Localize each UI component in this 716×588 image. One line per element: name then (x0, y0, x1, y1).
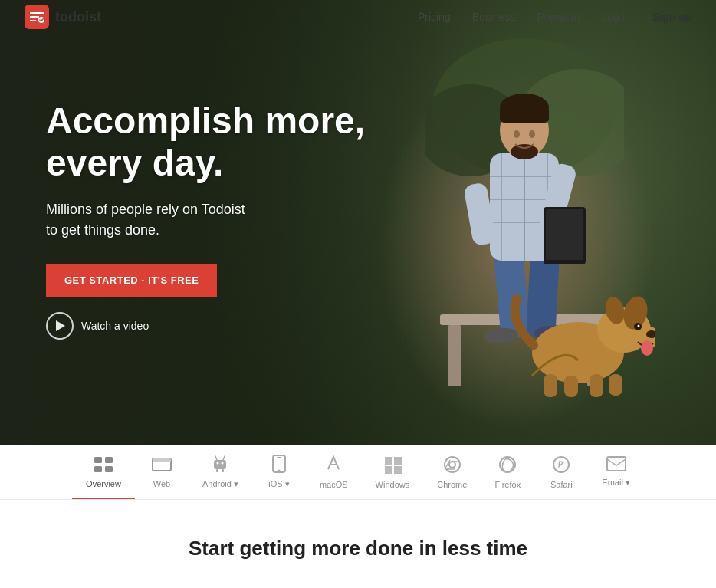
svg-rect-38 (544, 374, 557, 397)
tab-web[interactable]: Web (135, 445, 189, 499)
hero-section: Accomplish more,every day. Millions of p… (0, 0, 716, 445)
svg-rect-59 (394, 466, 402, 474)
macos-icon (324, 455, 343, 477)
platform-tabs-bar: Overview Web Android ▾ (0, 445, 716, 500)
tab-web-label: Web (153, 479, 170, 488)
main-nav: Pricing Business Premium Log in Sign up (418, 11, 691, 23)
logo-text: todoist (55, 9, 101, 25)
tab-email[interactable]: Email ▾ (588, 445, 644, 499)
tab-android-label: Android ▾ (202, 479, 238, 489)
watch-video-label: Watch a video (81, 320, 149, 332)
hero-subtitle: Millions of people rely on Todoistto get… (46, 199, 365, 241)
svg-point-55 (278, 470, 280, 472)
tab-safari[interactable]: Safari (534, 445, 588, 499)
svg-rect-45 (105, 466, 113, 472)
svg-point-50 (222, 462, 224, 465)
site-header: todoist Pricing Business Premium Log in … (0, 0, 716, 34)
nav-signup[interactable]: Sign up (652, 11, 691, 23)
svg-rect-42 (94, 457, 102, 463)
hero-dog-illustration (501, 261, 655, 399)
overview-icon (94, 456, 113, 476)
section-title-area: Start getting more done in less time (0, 500, 716, 576)
hero-title: Accomplish more,every day. (46, 100, 365, 184)
logo-area: todoist (25, 5, 418, 29)
svg-rect-54 (277, 457, 281, 458)
svg-rect-47 (153, 458, 171, 462)
svg-rect-43 (105, 457, 113, 463)
nav-business[interactable]: Business (472, 11, 516, 23)
svg-rect-52 (222, 469, 224, 472)
svg-point-35 (641, 340, 653, 356)
tab-safari-label: Safari (550, 480, 573, 489)
tab-chrome-label: Chrome (437, 480, 467, 489)
svg-rect-64 (607, 457, 626, 471)
tab-windows[interactable]: Windows (362, 445, 424, 499)
tab-ios[interactable]: iOS ▾ (252, 445, 306, 499)
tab-macos[interactable]: macOS (306, 445, 362, 499)
tab-email-label: Email ▾ (602, 478, 630, 488)
svg-rect-58 (385, 466, 392, 474)
tab-macos-label: macOS (320, 480, 348, 489)
play-icon (56, 320, 65, 331)
ios-icon (272, 455, 286, 476)
android-icon (212, 455, 228, 476)
svg-rect-22 (546, 209, 583, 260)
svg-rect-51 (216, 469, 218, 472)
tab-ios-label: iOS ▾ (268, 479, 289, 489)
watch-video-link[interactable]: Watch a video (46, 312, 365, 340)
windows-icon (383, 455, 402, 477)
todoist-logo-icon (25, 5, 49, 29)
email-icon (606, 456, 626, 475)
svg-point-28 (529, 130, 535, 138)
svg-rect-6 (448, 325, 461, 386)
svg-rect-48 (214, 460, 226, 469)
svg-rect-56 (385, 457, 392, 465)
chrome-icon (443, 455, 461, 477)
firefox-icon (498, 455, 517, 477)
tab-firefox-label: Firefox (495, 480, 521, 489)
svg-point-27 (514, 130, 520, 138)
tab-windows-label: Windows (376, 480, 410, 489)
safari-icon (552, 455, 570, 477)
svg-rect-57 (394, 457, 402, 465)
tab-android[interactable]: Android ▾ (189, 445, 252, 499)
svg-rect-41 (609, 374, 622, 396)
nav-login[interactable]: Log in (602, 11, 631, 23)
svg-point-26 (511, 144, 538, 159)
svg-point-49 (217, 462, 219, 465)
cta-button[interactable]: GET STARTED - IT'S FREE (46, 264, 217, 297)
svg-point-37 (638, 325, 640, 327)
web-icon (152, 456, 172, 476)
tab-overview-label: Overview (86, 479, 121, 488)
section-heading: Start getting more done in less time (15, 537, 701, 560)
tab-overview[interactable]: Overview (72, 445, 135, 499)
svg-rect-25 (500, 107, 549, 123)
play-button[interactable] (46, 312, 74, 340)
svg-rect-44 (94, 466, 102, 472)
svg-rect-40 (590, 374, 603, 397)
nav-premium[interactable]: Premium (537, 11, 580, 23)
hero-content: Accomplish more,every day. Millions of p… (46, 100, 365, 340)
svg-point-61 (449, 462, 455, 468)
svg-rect-39 (564, 376, 578, 397)
nav-pricing[interactable]: Pricing (418, 11, 451, 23)
tab-firefox[interactable]: Firefox (481, 445, 534, 499)
tab-chrome[interactable]: Chrome (423, 445, 481, 499)
